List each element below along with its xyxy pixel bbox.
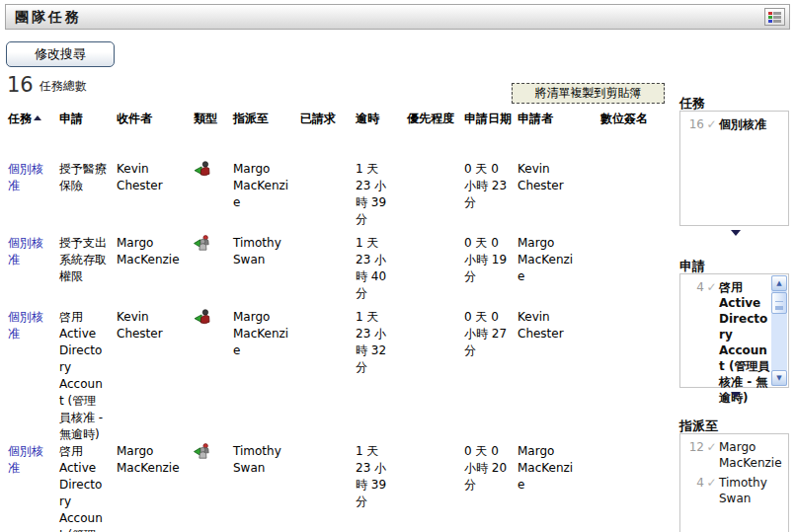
timeout-cell: 1 天 23 小時 39 分 [356,161,407,228]
column-header-requester[interactable]: 申請者 [517,111,600,127]
scrollbar-thumb[interactable] [771,292,787,314]
recipient-cell: Margo MacKenzie [117,443,194,477]
filter-label: Margo MacKenzie [719,439,785,471]
filter-item[interactable]: 12 ✓ Margo MacKenzie [684,439,785,471]
filter-item[interactable]: 4 ✓ 啓用 Active Directory Account (管理員核准 -… [684,279,785,406]
recipient-cell: Kevin Chester [117,309,194,342]
assigned-to-cell: Margo MacKenzie [233,309,300,359]
recipient-cell: Margo MacKenzie [117,235,194,268]
requester-cell: Margo MacKenzie [517,235,600,285]
user-task-flag-icon [194,308,211,326]
task-count-summary: 16任務總數 [7,73,87,97]
scroll-down-icon[interactable]: ▼ [771,370,787,386]
approve-task-link[interactable]: 個別核准 [8,310,43,341]
type-cell [194,235,233,252]
column-header-request[interactable]: 申請 [59,111,117,127]
scrollbar-grip [775,301,783,306]
timeout-cell: 1 天 23 小時 32 分 [356,309,407,376]
filter-count: 16 [684,116,704,132]
task-count: 16 [7,73,34,97]
group-task-flag-icon [194,234,211,252]
filter-count: 12 [684,439,704,471]
column-header-priority[interactable]: 優先程度 [407,111,464,127]
user-task-flag-icon [194,160,211,178]
request-date-cell: 0 天 0 小時 27 分 [464,309,517,359]
assigned-to-cell: Margo MacKenzie [233,161,300,211]
column-header-task[interactable]: 任務 [8,111,59,127]
recipient-cell: Kevin Chester [117,161,194,194]
check-icon: ✓ [704,439,719,471]
approve-task-link[interactable]: 個別核准 [8,444,43,475]
column-header-type[interactable]: 類型 [194,111,233,127]
column-header-digital-signature[interactable]: 數位簽名 [600,111,650,127]
table-header-row: 任務 申請 收件者 類型 指派至 已請求 逾時 優先程度 申請日期 申請者 數位… [8,111,660,127]
requester-cell: Margo MacKenzie [517,443,600,494]
requester-cell: Kevin Chester [517,161,600,194]
requester-cell: Kevin Chester [517,309,600,342]
table-row: 個別核准 授予支出系統存取權限 Margo MacKenzie Timothy … [8,235,660,309]
copy-list-to-clipboard-button[interactable]: 將清單複製到剪貼簿 [512,83,665,104]
column-header-assigned-to[interactable]: 指派至 [233,111,300,127]
filter-count: 4 [684,475,704,506]
check-icon: ✓ [704,279,719,406]
timeout-cell: 1 天 23 小時 40 分 [356,235,407,302]
check-icon: ✓ [704,475,719,506]
filter-box-assigned: 12 ✓ Margo MacKenzie 4 ✓ Timothy Swan [679,433,789,532]
task-count-label: 任務總數 [40,79,87,93]
request-date-cell: 0 天 0 小時 20 分 [464,443,517,494]
expand-requests-filter-icon[interactable] [731,392,741,398]
type-cell [194,161,233,178]
scrollbar[interactable]: ▲ ▼ [771,275,787,386]
filter-item[interactable]: 4 ✓ Timothy Swan [684,475,785,506]
sort-ascending-icon [34,115,41,120]
column-header-request-date[interactable]: 申請日期 [464,111,517,127]
assigned-to-cell: Timothy Swan [233,235,300,268]
approve-task-link[interactable]: 個別核准 [8,162,43,192]
timeout-cell: 1 天 23 小時 39 分 [356,443,407,510]
request-cell: 啓用 Active Directory Account (管理員核准 - 無逾時… [59,309,117,443]
table-row: 個別核准 啓用 Active Directory Account (管理員核准 … [8,443,660,532]
filter-count: 4 [684,279,704,406]
page-title: 團隊任務 [15,9,82,27]
column-header-requested[interactable]: 已請求 [300,111,356,127]
request-date-cell: 0 天 0 小時 19 分 [464,235,517,285]
column-header-timeout[interactable]: 逾時 [356,111,407,127]
legend-grid-icon [768,12,781,23]
filter-label: Timothy Swan [719,475,785,506]
request-date-cell: 0 天 0 小時 23 分 [464,161,517,211]
filter-box-tasks: 16 ✓ 個別核准 [679,111,789,226]
task-table: 個別核准 授予醫療保險 Kevin Chester Margo MacKenzi… [8,161,660,532]
group-task-flag-icon [194,442,211,460]
expand-tasks-filter-icon[interactable] [731,230,741,236]
column-header-recipient[interactable]: 收件者 [117,111,194,127]
modify-search-button[interactable]: 修改搜尋 [6,41,115,67]
table-row: 個別核准 啓用 Active Directory Account (管理員核准 … [8,309,660,443]
assigned-to-cell: Timothy Swan [233,443,300,477]
filter-item[interactable]: 16 ✓ 個別核准 [684,116,785,132]
request-cell: 啓用 Active Directory Account (管理員核准 - 無逾時… [59,443,117,532]
type-cell [194,443,233,460]
display-options-button[interactable] [764,8,785,26]
request-cell: 授予醫療保險 [59,161,117,194]
check-icon: ✓ [704,116,719,132]
filter-box-requests: 4 ✓ 啓用 Active Directory Account (管理員核准 -… [679,273,789,388]
approve-task-link[interactable]: 個別核准 [8,236,43,266]
scroll-up-icon[interactable]: ▲ [771,275,787,291]
filter-label: 個別核准 [719,116,766,132]
title-bar: 團隊任務 [5,4,790,30]
type-cell [194,309,233,326]
table-row: 個別核准 授予醫療保險 Kevin Chester Margo MacKenzi… [8,161,660,235]
request-cell: 授予支出系統存取權限 [59,235,117,285]
